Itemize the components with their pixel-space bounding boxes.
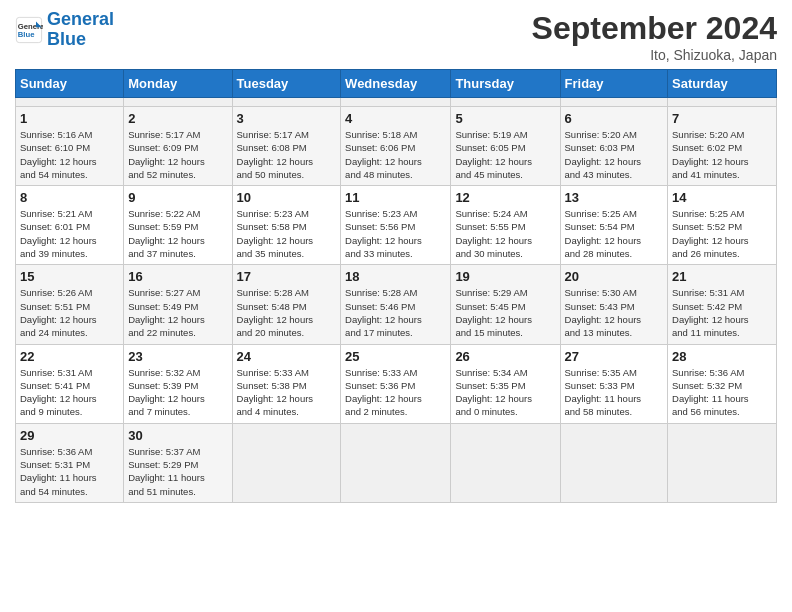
header-wednesday: Wednesday (341, 70, 451, 98)
day-number: 22 (20, 349, 119, 364)
day-number: 13 (565, 190, 664, 205)
title-block: September 2024 Ito, Shizuoka, Japan (532, 10, 777, 63)
day-number: 2 (128, 111, 227, 126)
calendar-cell: 19Sunrise: 5:29 AM Sunset: 5:45 PM Dayli… (451, 265, 560, 344)
day-info: Sunrise: 5:17 AM Sunset: 6:09 PM Dayligh… (128, 128, 227, 181)
calendar-cell: 20Sunrise: 5:30 AM Sunset: 5:43 PM Dayli… (560, 265, 668, 344)
day-info: Sunrise: 5:20 AM Sunset: 6:02 PM Dayligh… (672, 128, 772, 181)
day-info: Sunrise: 5:32 AM Sunset: 5:39 PM Dayligh… (128, 366, 227, 419)
day-info: Sunrise: 5:20 AM Sunset: 6:03 PM Dayligh… (565, 128, 664, 181)
day-number: 24 (237, 349, 337, 364)
day-info: Sunrise: 5:37 AM Sunset: 5:29 PM Dayligh… (128, 445, 227, 498)
header-thursday: Thursday (451, 70, 560, 98)
calendar-cell: 4Sunrise: 5:18 AM Sunset: 6:06 PM Daylig… (341, 107, 451, 186)
calendar-cell: 1Sunrise: 5:16 AM Sunset: 6:10 PM Daylig… (16, 107, 124, 186)
day-number: 20 (565, 269, 664, 284)
day-info: Sunrise: 5:17 AM Sunset: 6:08 PM Dayligh… (237, 128, 337, 181)
day-number: 21 (672, 269, 772, 284)
calendar-cell: 23Sunrise: 5:32 AM Sunset: 5:39 PM Dayli… (124, 344, 232, 423)
calendar-cell: 7Sunrise: 5:20 AM Sunset: 6:02 PM Daylig… (668, 107, 777, 186)
header-sunday: Sunday (16, 70, 124, 98)
day-info: Sunrise: 5:23 AM Sunset: 5:58 PM Dayligh… (237, 207, 337, 260)
calendar-table: SundayMondayTuesdayWednesdayThursdayFrid… (15, 69, 777, 503)
day-info: Sunrise: 5:16 AM Sunset: 6:10 PM Dayligh… (20, 128, 119, 181)
day-info: Sunrise: 5:31 AM Sunset: 5:42 PM Dayligh… (672, 286, 772, 339)
calendar-week-3: 15Sunrise: 5:26 AM Sunset: 5:51 PM Dayli… (16, 265, 777, 344)
day-number: 10 (237, 190, 337, 205)
day-number: 16 (128, 269, 227, 284)
calendar-cell: 29Sunrise: 5:36 AM Sunset: 5:31 PM Dayli… (16, 423, 124, 502)
calendar-cell: 5Sunrise: 5:19 AM Sunset: 6:05 PM Daylig… (451, 107, 560, 186)
calendar-cell: 9Sunrise: 5:22 AM Sunset: 5:59 PM Daylig… (124, 186, 232, 265)
calendar-cell: 17Sunrise: 5:28 AM Sunset: 5:48 PM Dayli… (232, 265, 341, 344)
day-number: 12 (455, 190, 555, 205)
day-info: Sunrise: 5:19 AM Sunset: 6:05 PM Dayligh… (455, 128, 555, 181)
calendar-cell (341, 423, 451, 502)
day-number: 25 (345, 349, 446, 364)
calendar-cell: 14Sunrise: 5:25 AM Sunset: 5:52 PM Dayli… (668, 186, 777, 265)
day-number: 23 (128, 349, 227, 364)
day-info: Sunrise: 5:28 AM Sunset: 5:48 PM Dayligh… (237, 286, 337, 339)
day-info: Sunrise: 5:25 AM Sunset: 5:52 PM Dayligh… (672, 207, 772, 260)
header: General Blue GeneralBlue September 2024 … (15, 10, 777, 63)
calendar-cell (232, 423, 341, 502)
calendar-cell (668, 423, 777, 502)
day-number: 30 (128, 428, 227, 443)
day-number: 5 (455, 111, 555, 126)
calendar-week-1: 1Sunrise: 5:16 AM Sunset: 6:10 PM Daylig… (16, 107, 777, 186)
calendar-cell: 27Sunrise: 5:35 AM Sunset: 5:33 PM Dayli… (560, 344, 668, 423)
calendar-cell: 25Sunrise: 5:33 AM Sunset: 5:36 PM Dayli… (341, 344, 451, 423)
calendar-header-row: SundayMondayTuesdayWednesdayThursdayFrid… (16, 70, 777, 98)
calendar-week-5: 29Sunrise: 5:36 AM Sunset: 5:31 PM Dayli… (16, 423, 777, 502)
calendar-cell (451, 98, 560, 107)
calendar-cell: 24Sunrise: 5:33 AM Sunset: 5:38 PM Dayli… (232, 344, 341, 423)
day-info: Sunrise: 5:18 AM Sunset: 6:06 PM Dayligh… (345, 128, 446, 181)
day-info: Sunrise: 5:33 AM Sunset: 5:36 PM Dayligh… (345, 366, 446, 419)
calendar-cell: 30Sunrise: 5:37 AM Sunset: 5:29 PM Dayli… (124, 423, 232, 502)
day-number: 3 (237, 111, 337, 126)
day-number: 29 (20, 428, 119, 443)
calendar-cell (451, 423, 560, 502)
day-number: 4 (345, 111, 446, 126)
day-number: 8 (20, 190, 119, 205)
calendar-cell: 2Sunrise: 5:17 AM Sunset: 6:09 PM Daylig… (124, 107, 232, 186)
location-subtitle: Ito, Shizuoka, Japan (532, 47, 777, 63)
calendar-cell (232, 98, 341, 107)
logo: General Blue GeneralBlue (15, 10, 114, 50)
page-container: General Blue GeneralBlue September 2024 … (0, 0, 792, 513)
calendar-cell (16, 98, 124, 107)
header-tuesday: Tuesday (232, 70, 341, 98)
day-number: 7 (672, 111, 772, 126)
calendar-cell: 6Sunrise: 5:20 AM Sunset: 6:03 PM Daylig… (560, 107, 668, 186)
day-info: Sunrise: 5:34 AM Sunset: 5:35 PM Dayligh… (455, 366, 555, 419)
calendar-cell (668, 98, 777, 107)
day-number: 27 (565, 349, 664, 364)
calendar-cell: 22Sunrise: 5:31 AM Sunset: 5:41 PM Dayli… (16, 344, 124, 423)
calendar-cell: 21Sunrise: 5:31 AM Sunset: 5:42 PM Dayli… (668, 265, 777, 344)
calendar-week-4: 22Sunrise: 5:31 AM Sunset: 5:41 PM Dayli… (16, 344, 777, 423)
logo-text: GeneralBlue (47, 10, 114, 50)
day-info: Sunrise: 5:26 AM Sunset: 5:51 PM Dayligh… (20, 286, 119, 339)
calendar-cell: 8Sunrise: 5:21 AM Sunset: 6:01 PM Daylig… (16, 186, 124, 265)
calendar-cell (560, 423, 668, 502)
day-number: 17 (237, 269, 337, 284)
header-monday: Monday (124, 70, 232, 98)
calendar-cell: 13Sunrise: 5:25 AM Sunset: 5:54 PM Dayli… (560, 186, 668, 265)
day-info: Sunrise: 5:24 AM Sunset: 5:55 PM Dayligh… (455, 207, 555, 260)
calendar-cell (560, 98, 668, 107)
calendar-cell: 18Sunrise: 5:28 AM Sunset: 5:46 PM Dayli… (341, 265, 451, 344)
calendar-week-0 (16, 98, 777, 107)
day-info: Sunrise: 5:27 AM Sunset: 5:49 PM Dayligh… (128, 286, 227, 339)
calendar-week-2: 8Sunrise: 5:21 AM Sunset: 6:01 PM Daylig… (16, 186, 777, 265)
day-number: 28 (672, 349, 772, 364)
day-info: Sunrise: 5:28 AM Sunset: 5:46 PM Dayligh… (345, 286, 446, 339)
day-info: Sunrise: 5:29 AM Sunset: 5:45 PM Dayligh… (455, 286, 555, 339)
day-number: 19 (455, 269, 555, 284)
header-friday: Friday (560, 70, 668, 98)
day-number: 9 (128, 190, 227, 205)
day-number: 1 (20, 111, 119, 126)
day-info: Sunrise: 5:25 AM Sunset: 5:54 PM Dayligh… (565, 207, 664, 260)
calendar-cell: 26Sunrise: 5:34 AM Sunset: 5:35 PM Dayli… (451, 344, 560, 423)
calendar-cell (341, 98, 451, 107)
calendar-cell: 3Sunrise: 5:17 AM Sunset: 6:08 PM Daylig… (232, 107, 341, 186)
